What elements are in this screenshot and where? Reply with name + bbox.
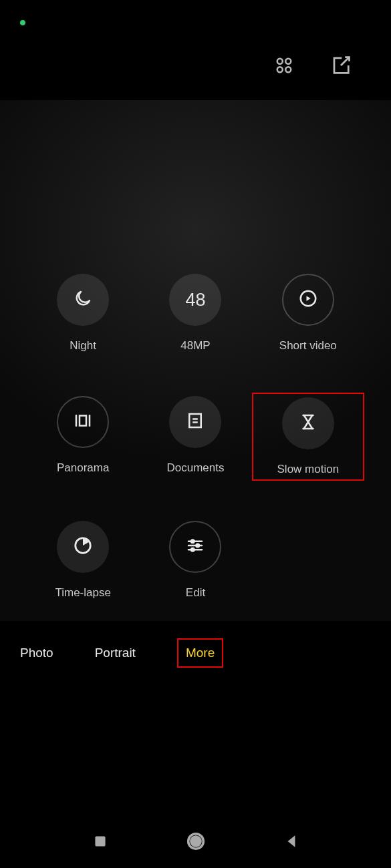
sliders-icon xyxy=(185,535,205,558)
moon-icon xyxy=(73,288,93,311)
clock-icon xyxy=(73,535,93,558)
top-toolbar xyxy=(0,33,391,100)
panorama-icon xyxy=(73,411,93,433)
document-icon xyxy=(185,411,205,433)
recents-icon[interactable] xyxy=(92,833,109,850)
status-bar xyxy=(0,0,391,33)
svg-point-19 xyxy=(191,548,194,552)
home-icon[interactable] xyxy=(184,830,207,853)
svg-point-3 xyxy=(285,67,291,72)
svg-point-17 xyxy=(197,544,200,548)
navigation-bar xyxy=(0,815,391,868)
mode-time-lapse[interactable]: Time-lapse xyxy=(27,517,139,603)
more-modes-icon[interactable] xyxy=(274,55,294,78)
mode-night[interactable]: Night xyxy=(27,270,139,356)
mode-slow-motion[interactable]: Slow motion xyxy=(252,393,364,481)
mode-label: 48MP xyxy=(180,339,210,353)
mode-label: Edit xyxy=(186,586,205,600)
mode-label: Panorama xyxy=(57,461,109,475)
svg-point-1 xyxy=(285,59,291,64)
mode-48mp[interactable]: 48 48MP xyxy=(139,270,251,356)
48-digits-icon: 48 xyxy=(185,290,205,310)
mode-label: Slow motion xyxy=(277,463,340,476)
play-circle-icon xyxy=(298,288,318,311)
mode-short-video[interactable]: Short video xyxy=(252,270,364,356)
svg-point-15 xyxy=(191,540,194,544)
edit-layout-icon[interactable] xyxy=(331,55,351,78)
svg-point-0 xyxy=(277,59,283,64)
mode-tabs: Photo Portrait More xyxy=(0,621,391,684)
mode-grid: Night 48 48MP Short video xyxy=(0,270,391,603)
tab-photo[interactable]: Photo xyxy=(20,646,53,660)
svg-point-2 xyxy=(277,67,283,72)
tab-portrait[interactable]: Portrait xyxy=(95,646,136,660)
svg-point-22 xyxy=(190,837,200,846)
mode-panorama[interactable]: Panorama xyxy=(27,393,139,481)
mode-label: Documents xyxy=(167,461,225,475)
mode-label: Time-lapse xyxy=(55,586,110,600)
svg-rect-20 xyxy=(95,836,105,846)
hourglass-icon xyxy=(298,412,318,435)
svg-rect-6 xyxy=(80,416,86,426)
mode-label: Short video xyxy=(279,339,337,353)
viewfinder: Night 48 48MP Short video xyxy=(0,100,391,621)
tab-more[interactable]: More xyxy=(177,638,223,668)
back-icon[interactable] xyxy=(283,833,300,850)
mode-documents[interactable]: Documents xyxy=(139,393,251,481)
svg-rect-8 xyxy=(190,414,202,427)
mode-label: Night xyxy=(70,339,96,353)
status-dot-icon xyxy=(20,20,25,25)
mode-edit[interactable]: Edit xyxy=(139,517,251,603)
